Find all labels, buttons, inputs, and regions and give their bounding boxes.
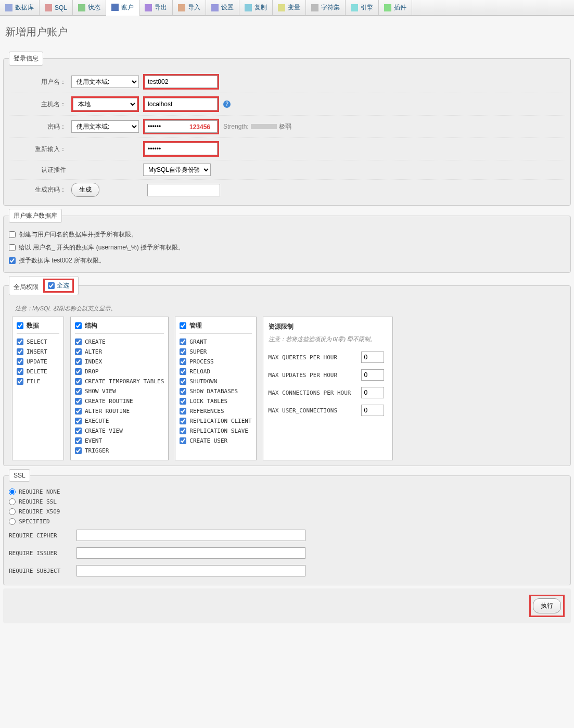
tab-复制[interactable]: 复制 (239, 0, 273, 15)
priv-alter[interactable]: ALTER (75, 347, 164, 357)
ssl-legend: SSL (9, 469, 30, 482)
priv-alter-routine[interactable]: ALTER ROUTINE (75, 406, 164, 416)
priv-update[interactable]: UPDATE (17, 357, 59, 367)
priv-replication-slave[interactable]: REPLICATION SLAVE (180, 426, 251, 436)
host-mode-select[interactable]: 本地 (73, 98, 137, 110)
priv-index[interactable]: INDEX (75, 357, 164, 367)
help-icon[interactable]: ? (223, 101, 231, 108)
host-highlight (143, 96, 219, 112)
ssl-radio-2[interactable]: REQUIRE X509 (9, 507, 565, 517)
priv-super[interactable]: SUPER (180, 347, 251, 357)
tab-状态[interactable]: 状态 (73, 0, 106, 15)
db-fieldset: 用户账户数据库 创建与用户同名的数据库并授予所有权限。 给以 用户名_ 开头的数… (3, 209, 571, 273)
priv-col-struct: 结构CREATEALTERINDEXDROPCREATE TEMPORARY T… (70, 317, 169, 460)
host-mode-highlight: 本地 (71, 96, 139, 112)
host-input[interactable] (145, 98, 218, 110)
retype-highlight (143, 141, 219, 157)
exec-highlight: 执行 (529, 595, 565, 617)
tab-导出[interactable]: 导出 (139, 0, 173, 15)
priv-replication-client[interactable]: REPLICATION CLIENT (180, 416, 251, 426)
tab-账户[interactable]: 账户 (106, 0, 139, 16)
ssl-require-issuer: REQUIRE ISSUER (9, 544, 565, 562)
username-highlight (143, 74, 219, 90)
password-label: 密码： (9, 122, 71, 131)
ssl-radio-3[interactable]: SPECIFIED (9, 517, 565, 526)
tab-插件[interactable]: 插件 (379, 0, 412, 15)
ssl-require-cipher: REQUIRE CIPHER (9, 526, 565, 544)
page-title: 新增用户账户 (0, 16, 574, 48)
priv-process[interactable]: PROCESS (180, 357, 251, 367)
priv-shutdown[interactable]: SHUTDOWN (180, 376, 251, 386)
tab-引擎[interactable]: 引擎 (346, 0, 379, 15)
priv-insert[interactable]: INSERT (17, 347, 59, 357)
priv-execute[interactable]: EXECUTE (75, 416, 164, 426)
priv-event[interactable]: EVENT (75, 436, 164, 446)
db-opt2[interactable]: 给以 用户名_ 开头的数据库 (username\_%) 授予所有权限。 (9, 241, 565, 254)
priv-reload[interactable]: RELOAD (180, 367, 251, 376)
priv-create[interactable]: CREATE (75, 337, 164, 347)
ssl-radio-1[interactable]: REQUIRE SSL (9, 497, 565, 507)
priv-select[interactable]: SELECT (17, 337, 59, 347)
tab-变量[interactable]: 变量 (273, 0, 306, 15)
login-legend: 登录信息 (9, 52, 43, 66)
tab-设置[interactable]: 设置 (206, 0, 239, 15)
db-opt3[interactable]: 授予数据库 test002 所有权限。 (9, 254, 565, 267)
auth-select[interactable]: MySQL自带身份验证 (143, 164, 211, 176)
db-opt1[interactable]: 创建与用户同名的数据库并授予所有权限。 (9, 228, 565, 241)
res-max-queries-per-hour: MAX QUERIES PER HOUR (269, 348, 387, 366)
priv-show-databases[interactable]: SHOW DATABASES (180, 386, 251, 396)
priv-grant[interactable]: GRANT (180, 337, 251, 347)
username-input[interactable] (145, 76, 218, 88)
strength-text: 极弱 (279, 122, 291, 131)
generate-button[interactable]: 生成 (71, 183, 99, 197)
gen-label: 生成密码： (9, 185, 71, 194)
ssl-radio-0[interactable]: REQUIRE NONE (9, 487, 565, 497)
db-legend: 用户账户数据库 (9, 209, 62, 223)
priv-col-admin: 管理GRANTSUPERPROCESSRELOADSHUTDOWNSHOW DA… (175, 317, 256, 460)
password-mode-select[interactable]: 使用文本域: (71, 120, 139, 133)
res-max-updates-per-hour: MAX UPDATES PER HOUR (269, 366, 387, 384)
priv-delete[interactable]: DELETE (17, 367, 59, 376)
retype-label: 重新输入： (9, 145, 71, 154)
select-all-checkbox[interactable]: 全选 (43, 279, 74, 293)
password-input[interactable] (145, 120, 218, 133)
priv-create-temporary-tables[interactable]: CREATE TEMPORARY TABLES (75, 376, 164, 386)
priv-create-routine[interactable]: CREATE ROUTINE (75, 396, 164, 406)
auth-label: 认证插件 (9, 166, 71, 174)
tab-字符集[interactable]: 字符集 (306, 0, 346, 15)
top-tabs: 数据库SQL状态账户导出导入设置复制变量字符集引擎插件 (0, 0, 574, 16)
tab-数据库[interactable]: 数据库 (0, 0, 40, 15)
priv-file[interactable]: FILE (17, 376, 59, 386)
host-label: 主机名： (9, 100, 71, 109)
execute-button[interactable]: 执行 (533, 598, 561, 613)
ssl-fieldset: SSL REQUIRE NONEREQUIRE SSLREQUIRE X509S… (3, 469, 571, 585)
generated-password-input[interactable] (147, 184, 220, 196)
priv-trigger[interactable]: TRIGGER (75, 446, 164, 456)
priv-note: 注意：MySQL 权限名称会以英文显示。 (9, 300, 565, 317)
global-legend: 全局权限 全选 (9, 276, 79, 295)
global-fieldset: 全局权限 全选 注意：MySQL 权限名称会以英文显示。 数据SELECTINS… (3, 276, 571, 466)
resource-limits-box: 资源限制注意：若将这些选项设为 0(零) 即不限制。MAX QUERIES PE… (263, 317, 393, 460)
footer-bar: 执行 (3, 588, 571, 623)
res-max-user_connections: MAX USER_CONNECTIONS (269, 401, 387, 419)
res-max-connections-per-hour: MAX CONNECTIONS PER HOUR (269, 384, 387, 401)
priv-col-data: 数据SELECTINSERTUPDATEDELETEFILE (12, 317, 64, 460)
strength-bar (251, 124, 277, 129)
username-label: 用户名： (9, 78, 71, 86)
tab-导入[interactable]: 导入 (173, 0, 206, 15)
tab-SQL[interactable]: SQL (40, 0, 73, 15)
priv-create-view[interactable]: CREATE VIEW (75, 426, 164, 436)
retype-input[interactable] (145, 143, 218, 155)
priv-create-user[interactable]: CREATE USER (180, 436, 251, 446)
priv-show-view[interactable]: SHOW VIEW (75, 386, 164, 396)
priv-drop[interactable]: DROP (75, 367, 164, 376)
priv-lock-tables[interactable]: LOCK TABLES (180, 396, 251, 406)
priv-references[interactable]: REFERENCES (180, 406, 251, 416)
password-highlight: 123456 (143, 119, 219, 134)
username-mode-select[interactable]: 使用文本域: (71, 76, 139, 88)
ssl-require-subject: REQUIRE SUBJECT (9, 562, 565, 580)
strength-label: Strength: (223, 123, 249, 130)
login-fieldset: 登录信息 用户名： 使用文本域: 主机名： 本地 ? 密码： 使用文本域: 12… (3, 52, 571, 206)
